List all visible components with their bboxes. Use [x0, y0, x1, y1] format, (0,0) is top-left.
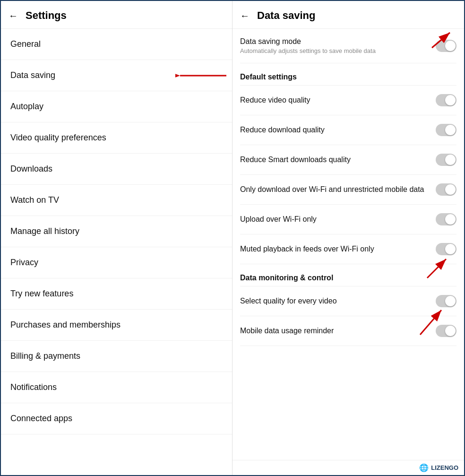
left-header: ← Settings	[1, 1, 232, 29]
data-saving-mode-label: Data saving mode	[240, 37, 430, 46]
reduce-smart-toggle[interactable]	[436, 154, 456, 166]
only-wifi-toggle[interactable]	[436, 183, 456, 196]
right-panel-title: Data saving	[257, 9, 316, 22]
sidebar-item-notifications[interactable]: Notifications	[1, 372, 232, 403]
right-header: ← Data saving	[232, 1, 464, 29]
watermark: 🌐 LIZENGO	[232, 460, 464, 475]
upload-wifi-row: Upload over Wi-Fi only	[240, 205, 456, 234]
reduce-download-row: Reduce download quality	[240, 115, 456, 145]
sidebar-item-connected-apps[interactable]: Connected apps	[1, 403, 232, 434]
only-wifi-row: Only download over Wi-Fi and unrestricte…	[240, 175, 456, 205]
sidebar-item-privacy[interactable]: Privacy	[1, 247, 232, 278]
sidebar-item-billing[interactable]: Billing & payments	[1, 341, 232, 372]
mobile-reminder-toggle[interactable]	[436, 325, 456, 337]
sidebar-item-try-new-features[interactable]: Try new features	[1, 278, 232, 310]
watermark-text: LIZENGO	[431, 464, 458, 471]
data-saving-arrow	[175, 66, 227, 85]
muted-playback-arrow	[418, 245, 460, 283]
reduce-download-toggle[interactable]	[436, 124, 456, 136]
left-back-button[interactable]: ←	[9, 10, 18, 21]
sidebar-item-data-saving[interactable]: Data saving	[1, 60, 232, 91]
reduce-video-toggle[interactable]	[436, 94, 456, 106]
muted-playback-label: Muted playback in feeds over Wi-Fi only	[240, 245, 430, 253]
sidebar-item-general[interactable]: General	[1, 29, 232, 60]
select-quality-label: Select quality for every video	[240, 297, 430, 305]
right-back-button[interactable]: ←	[240, 10, 250, 21]
reduce-smart-label: Reduce Smart downloads quality	[240, 156, 430, 164]
data-saving-mode-arrow	[422, 29, 460, 52]
sidebar-item-watch-on-tv[interactable]: Watch on TV	[1, 185, 232, 216]
sidebar-item-video-quality[interactable]: Video quality preferences	[1, 122, 232, 154]
default-settings-header: Default settings	[240, 63, 456, 86]
only-wifi-label: Only download over Wi-Fi and unrestricte…	[240, 185, 430, 194]
upload-wifi-toggle[interactable]	[436, 213, 456, 225]
sidebar-item-purchases[interactable]: Purchases and memberships	[1, 310, 232, 341]
reduce-video-row: Reduce video quality	[240, 86, 456, 115]
mobile-reminder-label: Mobile data usage reminder	[240, 327, 430, 335]
select-quality-row: Select quality for every video	[240, 286, 456, 316]
reduce-video-label: Reduce video quality	[240, 96, 430, 104]
sidebar-item-downloads[interactable]: Downloads	[1, 154, 232, 185]
left-panel: ← Settings General Data saving	[1, 1, 232, 475]
data-saving-mode-sublabel: Automatically adjusts settings to save m…	[240, 47, 430, 54]
sidebar-item-data-saving-label: Data saving	[10, 70, 55, 80]
sidebar-item-manage-history[interactable]: Manage all history	[1, 216, 232, 247]
left-menu: General Data saving Autoplay Video qu	[1, 29, 232, 475]
svg-line-2	[427, 259, 446, 278]
right-content: Data saving mode Automatically adjusts s…	[232, 29, 464, 460]
svg-line-1	[432, 33, 450, 48]
right-panel: ← Data saving Data saving mode Automatic…	[232, 1, 464, 475]
mobile-reminder-row: Mobile data usage reminder	[240, 316, 456, 346]
data-saving-mode-row: Data saving mode Automatically adjusts s…	[240, 29, 456, 63]
reduce-download-label: Reduce download quality	[240, 126, 430, 134]
upload-wifi-label: Upload over Wi-Fi only	[240, 215, 430, 224]
muted-playback-row: Muted playback in feeds over Wi-Fi only	[240, 234, 456, 264]
reduce-smart-row: Reduce Smart downloads quality	[240, 145, 456, 175]
left-panel-title: Settings	[26, 9, 67, 22]
sidebar-item-autoplay[interactable]: Autoplay	[1, 91, 232, 122]
watermark-logo: 🌐	[419, 463, 429, 472]
